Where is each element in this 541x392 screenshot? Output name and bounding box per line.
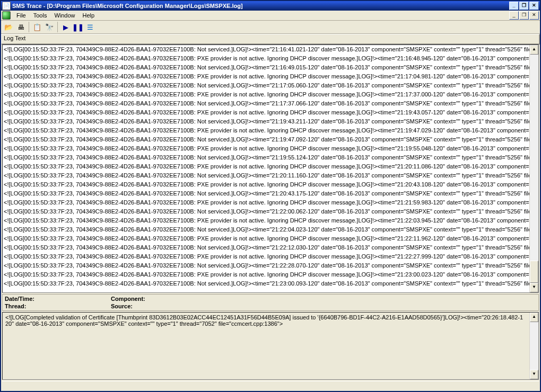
scroll-down-button[interactable]: ▼ (530, 283, 538, 292)
list-icon: ☰ (87, 23, 93, 31)
menu-window[interactable]: Window (50, 12, 78, 19)
close-button[interactable]: ✕ (529, 2, 539, 10)
log-line[interactable]: <![LOG[00:15:5D:33:7F:23, 704349C9-88E2-… (4, 63, 537, 72)
log-line[interactable]: <![LOG[00:15:5D:33:7F:23, 704349C9-88E2-… (4, 252, 537, 261)
log-line[interactable]: <![LOG[00:15:5D:33:7F:23, 704349C9-88E2-… (4, 45, 537, 54)
log-line[interactable]: <![LOG[00:15:5D:33:7F:23, 704349C9-88E2-… (4, 99, 537, 108)
log-line[interactable]: <![LOG[00:15:5D:33:7F:23, 704349C9-88E2-… (4, 171, 537, 180)
list-view-button[interactable]: ☰ (84, 21, 96, 33)
scroll-up-button[interactable]: ▲ (530, 45, 538, 55)
titlebar[interactable]: 📄 SMS Trace - [D:\Program Files\Microsof… (1, 1, 540, 11)
log-lines-container: <![LOG[00:15:5D:33:7F:23, 704349C9-88E2-… (3, 45, 538, 288)
find-button[interactable]: 🔭 (43, 21, 55, 33)
scroll-down-button[interactable]: ▼ (530, 370, 538, 379)
app-icon: 📄 (2, 2, 11, 10)
log-line[interactable]: <![LOG[00:15:5D:33:7F:23, 704349C9-88E2-… (4, 135, 537, 144)
menu-bar: File Tools Window Help _ ❐ ✕ (1, 11, 540, 21)
log-line[interactable]: <![LOG[00:15:5D:33:7F:23, 704349C9-88E2-… (4, 126, 537, 135)
log-line[interactable]: <![LOG[00:15:5D:33:7F:23, 704349C9-88E2-… (4, 234, 537, 243)
pause-button[interactable]: ❚❚ (72, 21, 84, 33)
minimize-button[interactable]: _ (509, 2, 519, 10)
app-window: 📄 SMS Trace - [D:\Program Files\Microsof… (0, 0, 541, 392)
mdi-restore-button[interactable]: ❐ (519, 11, 529, 20)
scroll-track[interactable] (530, 55, 538, 283)
log-column-header[interactable]: Log Text (1, 34, 540, 44)
log-line[interactable]: <![LOG[00:15:5D:33:7F:23, 704349C9-88E2-… (4, 243, 537, 252)
log-pane[interactable]: <![LOG[00:15:5D:33:7F:23, 704349C9-88E2-… (2, 44, 539, 293)
print-icon: 🖶 (18, 23, 24, 31)
log-line[interactable]: <![LOG[00:15:5D:33:7F:23, 704349C9-88E2-… (4, 54, 537, 63)
log-line[interactable]: <![LOG[00:15:5D:33:7F:23, 704349C9-88E2-… (4, 72, 537, 81)
copy-button[interactable]: 📋 (31, 21, 43, 33)
scroll-track[interactable] (530, 322, 538, 370)
detail-text: <![LOG[Completed validation of Certifica… (5, 314, 536, 327)
copy-icon: 📋 (33, 23, 41, 31)
log-line[interactable]: <![LOG[00:15:5D:33:7F:23, 704349C9-88E2-… (4, 90, 537, 99)
log-line[interactable]: <![LOG[00:15:5D:33:7F:23, 704349C9-88E2-… (4, 270, 537, 279)
binoculars-icon: 🔭 (45, 23, 54, 31)
thread-label: Thread: (5, 303, 111, 309)
log-line[interactable]: <![LOG[00:15:5D:33:7F:23, 704349C9-88E2-… (4, 216, 537, 225)
log-line[interactable]: <![LOG[00:15:5D:33:7F:23, 704349C9-88E2-… (4, 81, 537, 90)
detail-vertical-scrollbar[interactable]: ▲ ▼ (529, 313, 538, 379)
status-bar (2, 381, 539, 391)
folder-open-icon: 📂 (4, 23, 13, 31)
menu-tools[interactable]: Tools (30, 12, 51, 19)
log-line[interactable]: <![LOG[00:15:5D:33:7F:23, 704349C9-88E2-… (4, 144, 537, 153)
toolbar-divider (29, 22, 29, 32)
log-line[interactable]: <![LOG[00:15:5D:33:7F:23, 704349C9-88E2-… (4, 153, 537, 162)
log-line[interactable]: <![LOG[00:15:5D:33:7F:23, 704349C9-88E2-… (4, 117, 537, 126)
log-line[interactable]: <![LOG[00:15:5D:33:7F:23, 704349C9-88E2-… (4, 162, 537, 171)
print-button[interactable]: 🖶 (15, 21, 27, 33)
info-bar: Date/Time: Component: Thread: Source: (2, 294, 539, 311)
scroll-up-button[interactable]: ▲ (530, 313, 538, 322)
log-line[interactable]: <![LOG[00:15:5D:33:7F:23, 704349C9-88E2-… (4, 225, 537, 234)
log-line[interactable]: <![LOG[00:15:5D:33:7F:23, 704349C9-88E2-… (4, 180, 537, 189)
scroll-thumb[interactable] (530, 261, 538, 283)
pause-icon: ❚❚ (72, 23, 84, 31)
vertical-scrollbar[interactable]: ▲ ▼ (529, 45, 538, 292)
doc-icon (2, 11, 11, 20)
source-label: Source: (111, 303, 536, 309)
open-button[interactable]: 📂 (3, 21, 14, 33)
toolbar-divider (57, 22, 58, 32)
log-line[interactable]: <![LOG[00:15:5D:33:7F:23, 704349C9-88E2-… (4, 279, 537, 288)
menu-file[interactable]: File (13, 12, 30, 19)
play-button[interactable]: ▶ (60, 21, 72, 33)
window-title: SMS Trace - [D:\Program Files\Microsoft … (12, 3, 509, 9)
menu-help[interactable]: Help (79, 12, 99, 19)
log-line[interactable]: <![LOG[00:15:5D:33:7F:23, 704349C9-88E2-… (4, 261, 537, 270)
toolbar: 📂 🖶 📋 🔭 ▶ ❚❚ ☰ (1, 21, 540, 34)
restore-button[interactable]: ❐ (519, 2, 529, 10)
log-line[interactable]: <![LOG[00:15:5D:33:7F:23, 704349C9-88E2-… (4, 198, 537, 207)
component-label: Component: (111, 296, 536, 302)
mdi-close-button[interactable]: ✕ (529, 11, 539, 20)
datetime-label: Date/Time: (5, 296, 111, 302)
mdi-minimize-button[interactable]: _ (509, 11, 519, 20)
log-line[interactable]: <![LOG[00:15:5D:33:7F:23, 704349C9-88E2-… (4, 189, 537, 198)
log-line[interactable]: <![LOG[00:15:5D:33:7F:23, 704349C9-88E2-… (4, 207, 537, 216)
play-icon: ▶ (63, 23, 68, 31)
detail-pane[interactable]: <![LOG[Completed validation of Certifica… (2, 312, 539, 380)
log-line[interactable]: <![LOG[00:15:5D:33:7F:23, 704349C9-88E2-… (4, 108, 537, 117)
